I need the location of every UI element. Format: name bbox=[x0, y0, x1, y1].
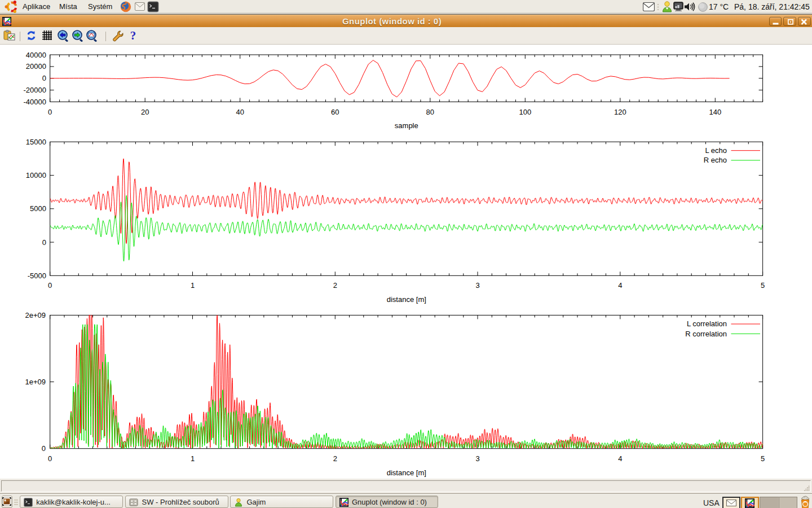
svg-text:140: 140 bbox=[709, 108, 721, 116]
svg-text:60: 60 bbox=[331, 108, 339, 116]
svg-text:-5000: -5000 bbox=[28, 271, 46, 280]
svg-text:10000: 10000 bbox=[26, 171, 46, 179]
svg-text:R correlation: R correlation bbox=[685, 330, 727, 338]
svg-text:80: 80 bbox=[426, 108, 434, 116]
svg-text:100: 100 bbox=[519, 108, 531, 116]
svg-text:5: 5 bbox=[761, 454, 765, 463]
svg-text:5: 5 bbox=[761, 281, 765, 290]
svg-text:0: 0 bbox=[42, 74, 46, 82]
svg-text:1e+09: 1e+09 bbox=[25, 378, 46, 386]
svg-text:1: 1 bbox=[191, 281, 195, 290]
svg-text:4: 4 bbox=[618, 454, 622, 463]
svg-text:L echo: L echo bbox=[705, 146, 727, 155]
svg-text:40: 40 bbox=[236, 108, 244, 116]
svg-text:L correlation: L correlation bbox=[687, 319, 727, 328]
svg-text:0: 0 bbox=[48, 108, 52, 116]
svg-text:0: 0 bbox=[48, 281, 52, 290]
svg-text:distance [m]: distance [m] bbox=[387, 468, 426, 477]
svg-text:-20000: -20000 bbox=[24, 86, 46, 94]
svg-text:distance [m]: distance [m] bbox=[387, 295, 426, 304]
svg-text:0: 0 bbox=[42, 444, 46, 453]
svg-text:3: 3 bbox=[475, 281, 479, 290]
svg-text:20: 20 bbox=[141, 108, 149, 116]
svg-text:1: 1 bbox=[191, 454, 195, 463]
svg-text:sample: sample bbox=[395, 121, 418, 130]
svg-text:2: 2 bbox=[333, 281, 337, 290]
svg-text:0: 0 bbox=[42, 238, 46, 247]
svg-text:20000: 20000 bbox=[26, 62, 46, 71]
svg-text:3: 3 bbox=[475, 454, 479, 463]
svg-text:-40000: -40000 bbox=[24, 98, 46, 106]
svg-text:15000: 15000 bbox=[26, 138, 46, 146]
svg-text:2: 2 bbox=[333, 454, 337, 463]
svg-text:4: 4 bbox=[618, 281, 622, 290]
svg-text:5000: 5000 bbox=[30, 204, 46, 213]
svg-text:0: 0 bbox=[48, 454, 52, 463]
svg-text:?: ? bbox=[130, 29, 136, 42]
svg-text:2e+09: 2e+09 bbox=[25, 311, 46, 319]
svg-text:R echo: R echo bbox=[704, 156, 727, 164]
svg-text:120: 120 bbox=[614, 108, 626, 116]
svg-text:40000: 40000 bbox=[26, 51, 46, 59]
